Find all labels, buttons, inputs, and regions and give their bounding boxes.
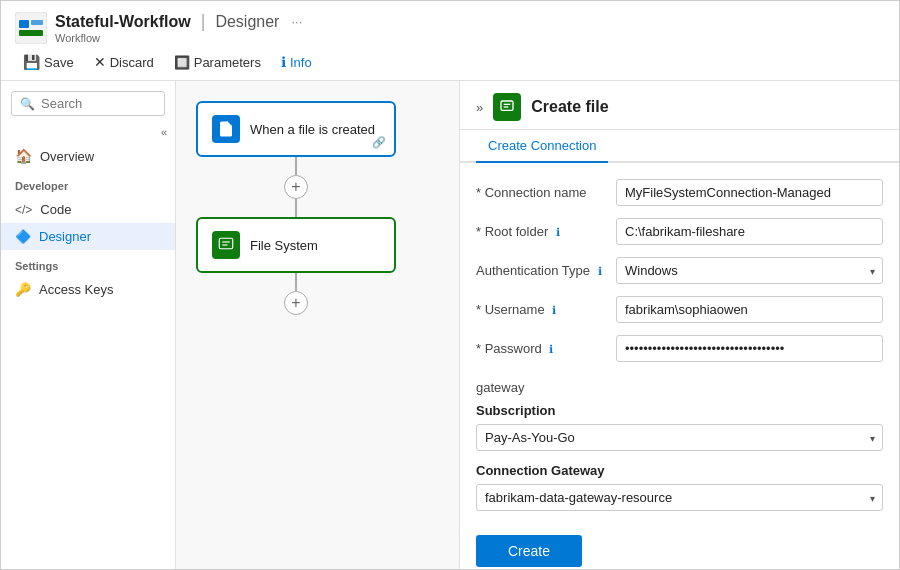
connection-name-label: * Connection name xyxy=(476,179,616,200)
root-folder-info-icon: ℹ xyxy=(556,226,560,238)
connection-name-control xyxy=(616,179,883,206)
sidebar-item-code[interactable]: </> Code xyxy=(1,196,175,223)
svg-rect-2 xyxy=(31,20,43,25)
subscription-select[interactable]: Pay-As-You-Go Enterprise xyxy=(476,424,883,451)
trigger-node-icon xyxy=(212,115,240,143)
connector-line-3 xyxy=(295,273,297,291)
sidebar-item-overview[interactable]: 🏠 Overview xyxy=(1,142,175,170)
panel-tabs: Create Connection xyxy=(460,130,899,163)
form-row-auth-type: Authentication Type ℹ Windows Basic None… xyxy=(476,257,883,284)
username-info-icon: ℹ xyxy=(552,304,556,316)
sidebar-item-access-keys[interactable]: 🔑 Access Keys xyxy=(1,276,175,303)
action-node[interactable]: File System xyxy=(196,217,396,273)
workflow-canvas: When a file is created 🔗 + File Sy xyxy=(196,101,396,315)
connector-1: + xyxy=(284,157,308,217)
info-button[interactable]: ℹ Info xyxy=(273,50,320,74)
add-step-button-1[interactable]: + xyxy=(284,175,308,199)
app-logo xyxy=(15,12,47,44)
trigger-node[interactable]: When a file is created 🔗 xyxy=(196,101,396,157)
app-title: Stateful-Workflow xyxy=(55,13,191,31)
form-row-connection-name: * Connection name xyxy=(476,179,883,206)
info-icon: ℹ xyxy=(281,54,286,70)
developer-section-label: Developer xyxy=(1,170,175,196)
app-section: Designer xyxy=(215,13,279,31)
right-panel: » Create file Create Connection * Connec… xyxy=(459,81,899,569)
connector-line-2 xyxy=(295,199,297,217)
form-row-root-folder: * Root folder ℹ xyxy=(476,218,883,245)
svg-rect-4 xyxy=(219,238,233,249)
password-control xyxy=(616,335,883,362)
username-input[interactable] xyxy=(616,296,883,323)
action-node-icon xyxy=(212,231,240,259)
gateway-label: gateway xyxy=(476,374,616,395)
connection-gateway-select[interactable]: fabrikam-data-gateway-resource xyxy=(476,484,883,511)
root-folder-control xyxy=(616,218,883,245)
connection-gateway-row: fabrikam-data-gateway-resource ▾ xyxy=(476,484,883,511)
svg-rect-0 xyxy=(15,12,47,44)
username-label: * Username ℹ xyxy=(476,296,616,317)
auth-type-control: Windows Basic None ▾ xyxy=(616,257,883,284)
overview-icon: 🏠 xyxy=(15,148,32,164)
settings-section-label: Settings xyxy=(1,250,175,276)
form-row-gateway-label: gateway xyxy=(476,374,883,395)
discard-button[interactable]: ✕ Discard xyxy=(86,50,162,74)
form-row-username: * Username ℹ xyxy=(476,296,883,323)
subscription-row: Pay-As-You-Go Enterprise ▾ xyxy=(476,424,883,451)
auth-type-info-icon: ℹ xyxy=(598,265,602,277)
collapse-sidebar-icon[interactable]: « xyxy=(161,126,167,138)
header-ellipsis[interactable]: ··· xyxy=(291,14,302,29)
app-title-block: Stateful-Workflow | Designer ··· Workflo… xyxy=(55,11,302,44)
svg-rect-3 xyxy=(19,30,43,36)
svg-rect-7 xyxy=(501,101,513,110)
action-node-label: File System xyxy=(250,238,318,253)
root-folder-input[interactable] xyxy=(616,218,883,245)
panel-content: * Connection name * Root folder ℹ Authen… xyxy=(460,163,899,569)
access-keys-icon: 🔑 xyxy=(15,282,31,297)
panel-action-icon xyxy=(493,93,521,121)
form-row-password: * Password ℹ xyxy=(476,335,883,362)
parameters-button[interactable]: 🔲 Parameters xyxy=(166,51,269,74)
connector-line-1 xyxy=(295,157,297,175)
discard-icon: ✕ xyxy=(94,54,106,70)
search-input[interactable] xyxy=(41,96,156,111)
connection-gateway-section-label: Connection Gateway xyxy=(476,463,883,478)
panel-header: » Create file xyxy=(460,81,899,130)
toolbar: 💾 Save ✕ Discard 🔲 Parameters ℹ Info xyxy=(1,44,899,81)
app-subtitle: Workflow xyxy=(55,32,302,44)
tab-create-connection[interactable]: Create Connection xyxy=(476,130,608,163)
canvas-area: When a file is created 🔗 + File Sy xyxy=(176,81,459,569)
search-icon: 🔍 xyxy=(20,97,35,111)
create-button[interactable]: Create xyxy=(476,535,582,567)
sidebar-item-designer[interactable]: 🔷 Designer xyxy=(1,223,175,250)
save-button[interactable]: 💾 Save xyxy=(15,50,82,74)
connector-2: + xyxy=(284,273,308,315)
password-info-icon: ℹ xyxy=(549,343,553,355)
connection-name-input[interactable] xyxy=(616,179,883,206)
auth-type-select[interactable]: Windows Basic None xyxy=(616,257,883,284)
node-link-icon: 🔗 xyxy=(372,136,386,149)
password-label: * Password ℹ xyxy=(476,335,616,356)
trigger-node-label: When a file is created xyxy=(250,122,375,137)
connection-gateway-select-wrapper: fabrikam-data-gateway-resource ▾ xyxy=(476,484,883,511)
username-control xyxy=(616,296,883,323)
subscription-section-label: Subscription xyxy=(476,403,883,418)
panel-title: Create file xyxy=(531,98,608,116)
root-folder-label: * Root folder ℹ xyxy=(476,218,616,239)
auth-type-label: Authentication Type ℹ xyxy=(476,257,616,278)
subscription-select-wrapper: Pay-As-You-Go Enterprise ▾ xyxy=(476,424,883,451)
save-icon: 💾 xyxy=(23,54,40,70)
add-step-button-2[interactable]: + xyxy=(284,291,308,315)
svg-rect-1 xyxy=(19,20,29,28)
panel-expand-icon[interactable]: » xyxy=(476,100,483,115)
header-separator: | xyxy=(201,11,206,32)
parameters-icon: 🔲 xyxy=(174,55,190,70)
password-input[interactable] xyxy=(616,335,883,362)
auth-type-select-wrapper: Windows Basic None ▾ xyxy=(616,257,883,284)
search-box[interactable]: 🔍 xyxy=(11,91,165,116)
app-header: Stateful-Workflow | Designer ··· Workflo… xyxy=(1,1,899,44)
sidebar: 🔍 « 🏠 Overview Developer </> Code 🔷 Desi… xyxy=(1,81,176,569)
designer-icon: 🔷 xyxy=(15,229,31,244)
code-icon: </> xyxy=(15,203,32,217)
